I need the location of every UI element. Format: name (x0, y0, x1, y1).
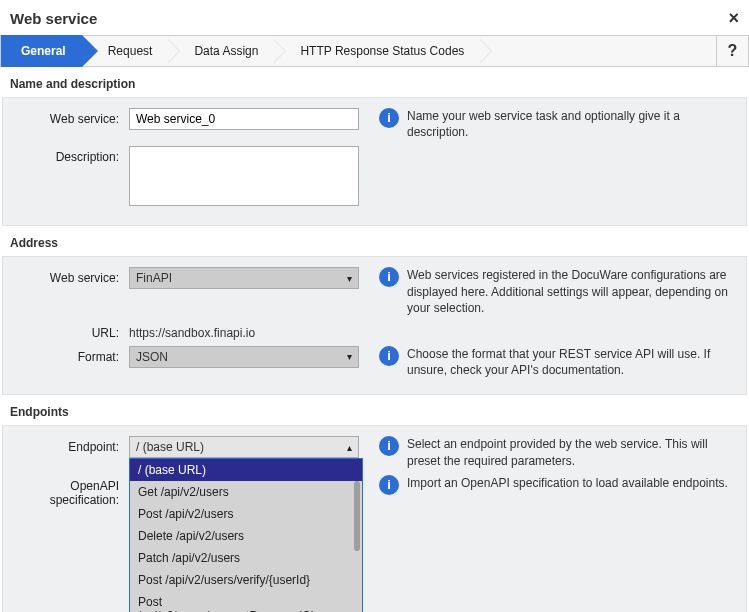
format-label: Format: (9, 346, 129, 364)
info-icon: i (379, 267, 399, 287)
hint-endpoint: Select an endpoint provided by the web s… (407, 436, 740, 468)
description-label: Description: (9, 146, 129, 164)
endpoint-option[interactable]: Post /api/v2/users (130, 503, 362, 525)
endpoint-option[interactable]: Delete /api/v2/users (130, 525, 362, 547)
info-icon: i (379, 108, 399, 128)
tab-request[interactable]: Request (88, 35, 169, 67)
endpoint-selected: / (base URL) (136, 440, 204, 454)
section-address: Address (0, 226, 749, 256)
chevron-down-icon: ▾ (347, 351, 352, 362)
dialog-header: Web service × (0, 0, 749, 35)
panel-endpoints: Endpoint: / (base URL) ▴ / (base URL) Ge… (2, 425, 747, 612)
help-button[interactable]: ? (716, 35, 748, 67)
web-service-dialog: Web service × General Request Data Assig… (0, 0, 749, 612)
url-label: URL: (9, 322, 129, 340)
openapi-spec-label: OpenAPI specification: (9, 475, 129, 507)
tab-general[interactable]: General (1, 35, 82, 67)
format-selected: JSON (136, 350, 168, 364)
endpoint-option[interactable]: / (base URL) (130, 459, 362, 481)
endpoint-option[interactable]: Patch /api/v2/users (130, 547, 362, 569)
address-ws-selected: FinAPI (136, 271, 172, 285)
hint-address-ws: Web services registered in the DocuWare … (407, 267, 740, 316)
section-endpoints: Endpoints (0, 395, 749, 425)
info-icon: i (379, 346, 399, 366)
dialog-title: Web service (10, 10, 97, 27)
info-icon: i (379, 436, 399, 456)
endpoint-label: Endpoint: (9, 436, 129, 454)
scrollbar-thumb[interactable] (354, 481, 360, 551)
web-service-name-input[interactable] (129, 108, 359, 130)
tab-bar: General Request Data Assign HTTP Respons… (0, 35, 749, 67)
endpoint-option[interactable]: Post /api/v2/users/requestPasswordChange (130, 591, 362, 612)
hint-name-desc: Name your web service task and optionall… (407, 108, 740, 140)
endpoint-dropdown: / (base URL) Get /api/v2/users Post /api… (129, 458, 363, 612)
chevron-up-icon: ▴ (347, 442, 352, 453)
endpoint-option[interactable]: Get /api/v2/users (130, 481, 362, 503)
url-value: https://sandbox.finapi.io (129, 322, 359, 340)
panel-name-desc: Web service: i Name your web service tas… (2, 97, 747, 226)
hint-format: Choose the format that your REST service… (407, 346, 740, 378)
close-icon[interactable]: × (728, 8, 739, 29)
hint-openapi: Import an OpenAPI specification to load … (407, 475, 732, 491)
tab-http-status[interactable]: HTTP Response Status Codes (280, 35, 480, 67)
web-service-name-label: Web service: (9, 108, 129, 126)
address-ws-label: Web service: (9, 267, 129, 285)
tab-data-assign[interactable]: Data Assign (174, 35, 274, 67)
info-icon: i (379, 475, 399, 495)
description-input[interactable] (129, 146, 359, 206)
chevron-down-icon: ▾ (347, 273, 352, 284)
endpoint-select[interactable]: / (base URL) ▴ (129, 436, 359, 458)
section-name-desc: Name and description (0, 67, 749, 97)
format-select[interactable]: JSON ▾ (129, 346, 359, 368)
address-ws-select[interactable]: FinAPI ▾ (129, 267, 359, 289)
endpoint-option[interactable]: Post /api/v2/users/verify/{userId} (130, 569, 362, 591)
panel-address: Web service: FinAPI ▾ i Web services reg… (2, 256, 747, 395)
